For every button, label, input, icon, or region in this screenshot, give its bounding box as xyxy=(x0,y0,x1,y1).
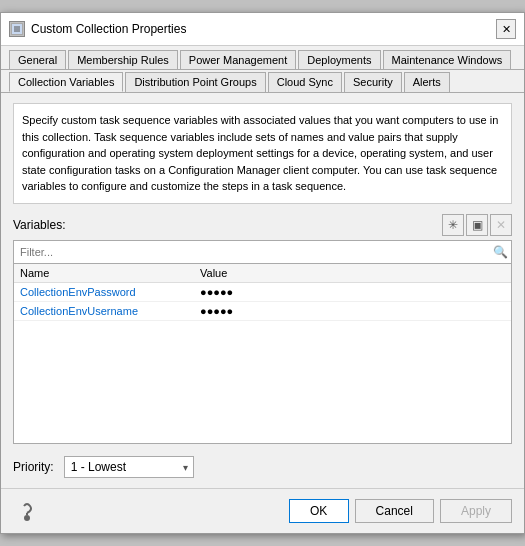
table-row[interactable]: CollectionEnvPassword ●●●●● xyxy=(14,283,511,302)
description-text: Specify custom task sequence variables w… xyxy=(13,103,512,204)
column-name: Name xyxy=(20,267,200,279)
tab-alerts[interactable]: Alerts xyxy=(404,72,450,92)
close-button[interactable]: ✕ xyxy=(496,19,516,39)
help-icon[interactable] xyxy=(13,497,41,525)
priority-row: Priority: 1 - Lowest 2 - Low 3 - Medium … xyxy=(13,456,512,478)
tab-cloud-sync[interactable]: Cloud Sync xyxy=(268,72,342,92)
row2-value: ●●●●● xyxy=(200,305,505,317)
table-row[interactable]: CollectionEnvUsername ●●●●● xyxy=(14,302,511,321)
filter-row: 🔍 xyxy=(13,240,512,264)
title-bar-left: Custom Collection Properties xyxy=(9,21,186,37)
tab-security[interactable]: Security xyxy=(344,72,402,92)
footer: OK Cancel Apply xyxy=(1,488,524,533)
tab-deployments[interactable]: Deployments xyxy=(298,50,380,69)
svg-point-5 xyxy=(24,515,30,521)
edit-variable-button[interactable]: ▣ xyxy=(466,214,488,236)
column-value: Value xyxy=(200,267,505,279)
variables-label: Variables: xyxy=(13,218,65,232)
tab-distribution-point-groups[interactable]: Distribution Point Groups xyxy=(125,72,265,92)
content-area: Specify custom task sequence variables w… xyxy=(1,93,524,488)
footer-left xyxy=(13,497,41,525)
apply-button[interactable]: Apply xyxy=(440,499,512,523)
toolbar-icons: ✳ ▣ ✕ xyxy=(442,214,512,236)
title-bar: Custom Collection Properties ✕ xyxy=(1,13,524,46)
priority-select[interactable]: 1 - Lowest 2 - Low 3 - Medium 4 - High 5… xyxy=(64,456,194,478)
row1-name: CollectionEnvPassword xyxy=(20,286,200,298)
tabs-row2: Collection Variables Distribution Point … xyxy=(1,70,524,93)
window-title: Custom Collection Properties xyxy=(31,22,186,36)
variables-table: Name Value CollectionEnvPassword ●●●●● C… xyxy=(13,264,512,444)
row1-value: ●●●●● xyxy=(200,286,505,298)
variables-header: Variables: ✳ ▣ ✕ xyxy=(13,214,512,236)
window-icon xyxy=(9,21,25,37)
filter-input[interactable] xyxy=(14,243,489,261)
table-header: Name Value xyxy=(14,264,511,283)
ok-button[interactable]: OK xyxy=(289,499,349,523)
delete-variable-button[interactable]: ✕ xyxy=(490,214,512,236)
priority-label: Priority: xyxy=(13,460,54,474)
main-window: Custom Collection Properties ✕ General M… xyxy=(0,12,525,534)
cancel-button[interactable]: Cancel xyxy=(355,499,434,523)
tab-general[interactable]: General xyxy=(9,50,66,69)
tabs-row1: General Membership Rules Power Managemen… xyxy=(1,46,524,70)
add-variable-button[interactable]: ✳ xyxy=(442,214,464,236)
search-icon[interactable]: 🔍 xyxy=(489,241,511,263)
tab-maintenance-windows[interactable]: Maintenance Windows xyxy=(383,50,512,69)
tab-collection-variables[interactable]: Collection Variables xyxy=(9,72,123,92)
tab-power-management[interactable]: Power Management xyxy=(180,50,296,69)
footer-buttons: OK Cancel Apply xyxy=(289,499,512,523)
priority-select-wrapper: 1 - Lowest 2 - Low 3 - Medium 4 - High 5… xyxy=(64,456,194,478)
tab-membership-rules[interactable]: Membership Rules xyxy=(68,50,178,69)
row2-name: CollectionEnvUsername xyxy=(20,305,200,317)
